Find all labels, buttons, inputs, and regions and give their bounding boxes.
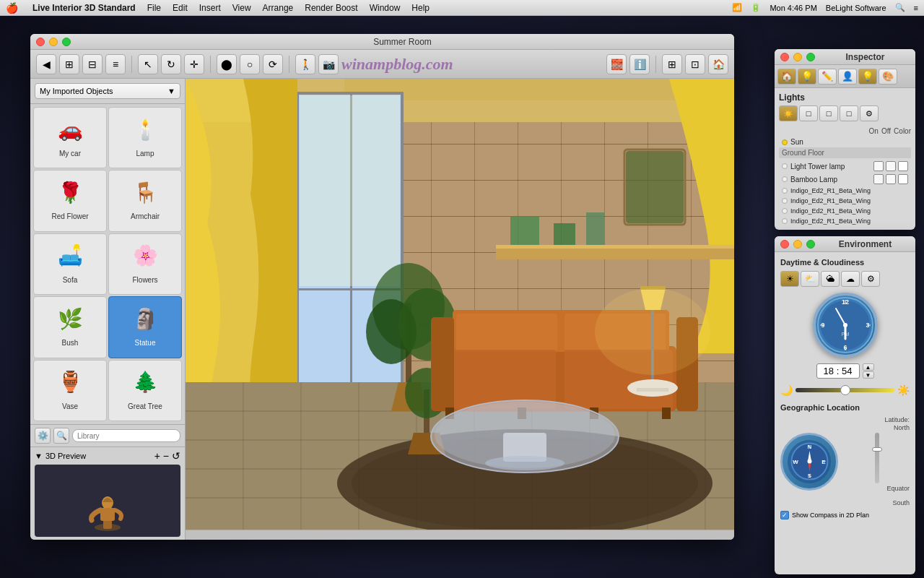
- light-off-cb-1[interactable]: [886, 174, 896, 184]
- camera-tool[interactable]: 📷: [318, 54, 339, 74]
- env-zoom[interactable]: [806, 240, 815, 249]
- light-color-1[interactable]: [898, 174, 908, 184]
- search-icon[interactable]: 🔍: [53, 428, 69, 444]
- dt-btn-overcast[interactable]: ☁: [841, 271, 860, 287]
- light-tool-settings[interactable]: ⚙: [860, 105, 879, 121]
- inspector-btn-home[interactable]: 🏠: [777, 69, 796, 85]
- light-item-0[interactable]: Light Tower lamp: [779, 160, 911, 173]
- light-bullet-2: [782, 188, 788, 194]
- dt-btn-settings[interactable]: ⚙: [861, 271, 880, 287]
- canvas-area[interactable]: [186, 79, 734, 540]
- light-item-1[interactable]: Bamboo Lamp: [779, 173, 911, 186]
- inspector-btn-light[interactable]: 💡: [798, 69, 816, 85]
- zoom-out-icon[interactable]: −: [163, 450, 169, 462]
- light-item-5[interactable]: Indigo_Ed2_R1_Beta_Wing: [779, 216, 911, 226]
- polygon-tool[interactable]: ⟳: [263, 54, 283, 74]
- info-btn[interactable]: ℹ️: [629, 54, 650, 74]
- object-bush[interactable]: 🌿 Bush: [33, 296, 107, 358]
- env-minimize[interactable]: [793, 240, 802, 249]
- inspector-zoom[interactable]: [806, 53, 815, 61]
- object-great-tree[interactable]: 🌲 Great Tree: [108, 360, 182, 421]
- settings-button[interactable]: ⚙️: [35, 428, 51, 444]
- view-list-button[interactable]: ≡: [105, 54, 126, 74]
- rotate-tool[interactable]: ↻: [161, 54, 181, 74]
- object-my-car[interactable]: 🚗 My car: [33, 107, 107, 168]
- move-tool[interactable]: ✛: [184, 54, 204, 74]
- time-increment[interactable]: ▲: [863, 363, 874, 371]
- search-icon[interactable]: 🔍: [895, 3, 905, 12]
- select-tool[interactable]: ↖: [138, 54, 158, 74]
- time-decrement[interactable]: ▼: [863, 371, 874, 379]
- sun-item[interactable]: Sun: [779, 137, 911, 147]
- show-compass-checkbox[interactable]: ✓: [780, 511, 789, 519]
- zoom-in-icon[interactable]: +: [154, 450, 160, 462]
- object-sofa[interactable]: 🛋️ Sofa: [33, 233, 107, 295]
- light-color-0[interactable]: [898, 161, 908, 171]
- controls-icon[interactable]: ≡: [914, 4, 918, 12]
- object-red-flower[interactable]: 🌹 Red Flower: [33, 170, 107, 231]
- 3d-view-btn[interactable]: ⊡: [685, 54, 705, 74]
- light-tool-3[interactable]: □: [840, 105, 858, 121]
- inspector-close[interactable]: [780, 53, 789, 61]
- apple-menu[interactable]: 🍎: [6, 2, 18, 14]
- menu-file[interactable]: File: [147, 3, 161, 13]
- inspector-btn-bulb[interactable]: 💡: [858, 69, 877, 85]
- menu-render-boost[interactable]: Render Boost: [305, 3, 357, 13]
- objects-btn[interactable]: 🧱: [606, 54, 627, 74]
- light-on-cb-0[interactable]: [873, 161, 884, 171]
- minimize-button[interactable]: [49, 38, 58, 46]
- light-off-cb-0[interactable]: [886, 161, 896, 171]
- circle-tool[interactable]: ○: [240, 54, 260, 74]
- light-tool-1[interactable]: □: [799, 105, 818, 121]
- latitude-slider[interactable]: [875, 433, 879, 483]
- brightness-slider[interactable]: [796, 388, 894, 392]
- refresh-icon[interactable]: ↺: [172, 450, 180, 462]
- dt-btn-day[interactable]: ☀: [780, 271, 799, 287]
- object-vase[interactable]: 🏺 Vase: [33, 360, 107, 421]
- time-input[interactable]: [816, 363, 860, 379]
- brightness-thumb[interactable]: [840, 385, 850, 395]
- light-item-2[interactable]: Indigo_Ed2_R1_Beta_Wing: [779, 186, 911, 196]
- object-armchair[interactable]: 🪑 Armchair: [108, 170, 182, 231]
- menu-insert[interactable]: Insert: [199, 3, 221, 13]
- light-item-4[interactable]: Indigo_Ed2_R1_Beta_Wing: [779, 206, 911, 216]
- svg-rect-64: [431, 317, 454, 411]
- menu-window[interactable]: Window: [370, 3, 401, 13]
- figure-tool[interactable]: 🚶: [295, 54, 315, 74]
- object-lamp[interactable]: 🕯️ Lamp: [108, 107, 182, 168]
- dt-btn-morning[interactable]: ⛅: [801, 271, 819, 287]
- light-tool-sun[interactable]: ☀️: [779, 105, 798, 121]
- light-item-3[interactable]: Indigo_Ed2_R1_Beta_Wing: [779, 196, 911, 206]
- env-close[interactable]: [780, 240, 789, 249]
- shape-tool[interactable]: ⬤: [217, 54, 237, 74]
- object-statue[interactable]: 🗿 Statue: [108, 296, 182, 358]
- sidebar-header: My Imported Objects ▼: [30, 79, 185, 104]
- svg-rect-33: [510, 216, 539, 245]
- inspector-minimize[interactable]: [793, 53, 802, 61]
- sun-label: Sun: [790, 138, 803, 146]
- home-btn[interactable]: 🏠: [708, 54, 728, 74]
- object-flowers[interactable]: 🌸 Flowers: [108, 233, 182, 295]
- close-button[interactable]: [36, 38, 45, 46]
- menu-help[interactable]: Help: [411, 3, 430, 13]
- view-2d-button[interactable]: ⊞: [59, 54, 79, 74]
- menu-arrange[interactable]: Arrange: [263, 3, 294, 13]
- latitude-thumb[interactable]: [872, 447, 882, 452]
- preview-header[interactable]: ▼ 3D Preview + − ↺: [35, 450, 180, 462]
- library-search-input[interactable]: [72, 429, 180, 442]
- horizontal-scrollbar[interactable]: [186, 530, 734, 540]
- maximize-button[interactable]: [62, 38, 71, 46]
- light-on-cb-1[interactable]: [873, 174, 884, 184]
- menu-edit[interactable]: Edit: [173, 3, 188, 13]
- dt-btn-cloudy[interactable]: 🌥: [821, 271, 840, 287]
- back-button[interactable]: ◀: [36, 54, 56, 74]
- menu-view[interactable]: View: [232, 3, 251, 13]
- inspector-btn-color[interactable]: 🎨: [879, 69, 897, 85]
- inspector-btn-person[interactable]: 👤: [838, 69, 857, 85]
- category-dropdown[interactable]: My Imported Objects ▼: [35, 83, 180, 99]
- app-name[interactable]: Live Interior 3D Standard: [32, 3, 136, 13]
- inspector-btn-edit[interactable]: ✏️: [818, 69, 837, 85]
- light-tool-2[interactable]: □: [819, 105, 838, 121]
- floor-plan-btn[interactable]: ⊞: [662, 54, 682, 74]
- view-3d-button[interactable]: ⊟: [82, 54, 103, 74]
